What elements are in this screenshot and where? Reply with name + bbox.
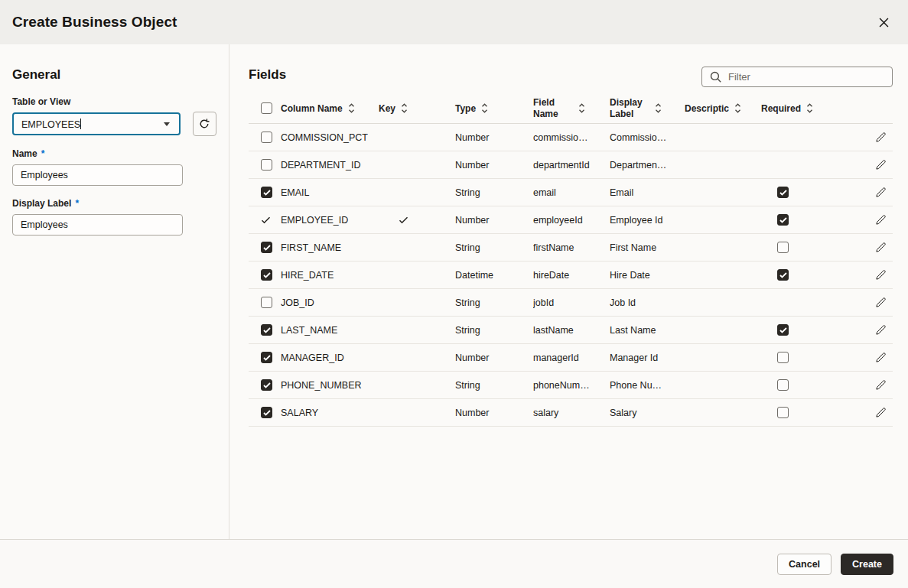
required-checkbox[interactable] <box>777 324 789 336</box>
table-or-view-value: EMPLOYEES <box>21 119 81 130</box>
edit-cell <box>853 378 893 392</box>
column-name-cell: COMMISSION_PCT <box>281 132 379 143</box>
row-select-checkbox[interactable] <box>261 379 272 391</box>
select-cell <box>249 379 281 391</box>
table-row: DEPARTMENT_IDNumberdepartmentIdDepartmen… <box>249 151 893 179</box>
select-all-cell <box>249 102 281 114</box>
display-label-cell: Email <box>610 187 685 198</box>
row-select-checkbox[interactable] <box>261 407 272 418</box>
required-cell <box>761 407 853 418</box>
filter-input[interactable] <box>728 71 884 83</box>
type-cell: Number <box>455 160 533 171</box>
select-all-checkbox[interactable] <box>261 102 272 114</box>
close-button[interactable] <box>873 11 894 33</box>
checkmark-icon <box>263 245 271 251</box>
type-cell: Datetime <box>455 270 533 281</box>
selected-checkmark <box>261 216 271 224</box>
edit-pencil-icon <box>875 187 887 198</box>
row-select-checkbox[interactable] <box>261 324 272 336</box>
cancel-button[interactable]: Cancel <box>777 554 832 575</box>
field-name-cell: lastName <box>533 325 610 336</box>
row-select-checkbox[interactable] <box>261 159 272 171</box>
row-select-checkbox[interactable] <box>261 352 272 363</box>
required-checkbox[interactable] <box>777 242 789 253</box>
row-select-checkbox[interactable] <box>261 297 272 308</box>
general-heading: General <box>12 67 216 83</box>
type-cell: String <box>455 297 533 308</box>
edit-field-button[interactable] <box>874 130 888 145</box>
create-button[interactable]: Create <box>841 554 893 575</box>
edit-field-button[interactable] <box>874 240 888 255</box>
sort-icon <box>578 102 585 114</box>
column-name-cell: LAST_NAME <box>281 325 379 336</box>
select-cell <box>249 216 281 224</box>
dialog-body: General Table or View EMPLOYEES Name <box>0 44 908 539</box>
refresh-button[interactable] <box>193 112 216 136</box>
dialog-title: Create Business Object <box>12 14 177 31</box>
edit-field-button[interactable] <box>874 323 888 337</box>
search-icon <box>710 71 721 83</box>
table-row: SALARYNumbersalarySalary <box>249 399 893 427</box>
column-header-type[interactable]: Type <box>455 102 533 114</box>
required-checkbox[interactable] <box>777 379 789 391</box>
edit-cell <box>853 130 893 145</box>
edit-field-button[interactable] <box>874 185 888 200</box>
select-cell <box>249 352 281 363</box>
required-cell <box>761 379 853 391</box>
fields-heading: Fields <box>249 67 286 83</box>
column-name-cell: EMPLOYEE_ID <box>281 215 379 226</box>
fields-header: Fields <box>249 67 893 87</box>
column-header-descriptic[interactable]: Descriptic <box>685 102 761 114</box>
required-checkbox[interactable] <box>777 187 789 198</box>
required-checkbox[interactable] <box>777 269 789 281</box>
name-field[interactable] <box>12 164 183 186</box>
edit-field-button[interactable] <box>874 213 888 227</box>
table-row: HIRE_DATEDatetimehireDateHire Date <box>249 262 893 289</box>
row-select-checkbox[interactable] <box>261 269 272 281</box>
checkmark-icon <box>263 272 271 278</box>
row-select-checkbox[interactable] <box>261 132 272 143</box>
select-cell <box>249 159 281 171</box>
edit-field-button[interactable] <box>874 405 888 420</box>
column-name-cell: JOB_ID <box>281 297 379 308</box>
edit-field-button[interactable] <box>874 268 888 282</box>
edit-field-button[interactable] <box>874 378 888 392</box>
column-header-display-label[interactable]: Display Label <box>610 97 685 120</box>
type-cell: Number <box>455 408 533 418</box>
required-checkbox[interactable] <box>777 352 789 363</box>
column-name-cell: EMAIL <box>281 187 379 198</box>
display-label-cell: Employee Id <box>610 215 685 226</box>
edit-cell <box>853 405 893 420</box>
column-name-cell: FIRST_NAME <box>281 242 379 253</box>
type-cell: Number <box>455 215 533 226</box>
column-header-column-name[interactable]: Column Name <box>281 102 379 114</box>
edit-cell <box>853 323 893 337</box>
select-cell <box>249 324 281 336</box>
column-header-key[interactable]: Key <box>379 102 455 114</box>
required-cell <box>761 242 853 253</box>
required-cell <box>761 352 853 363</box>
column-header-required[interactable]: Required <box>761 102 853 114</box>
sort-icon <box>481 102 488 114</box>
table-or-view-combobox[interactable]: EMPLOYEES <box>12 112 181 135</box>
dialog-footer: Cancel Create <box>0 539 908 588</box>
general-panel: General Table or View EMPLOYEES Name <box>0 44 229 539</box>
required-asterisk: * <box>41 148 45 159</box>
table-header-row: Column NameKeyTypeField NameDisplay Labe… <box>249 93 893 124</box>
checkmark-icon <box>399 216 408 224</box>
type-cell: Number <box>455 352 533 363</box>
row-select-checkbox[interactable] <box>261 242 272 253</box>
edit-field-button[interactable] <box>874 295 888 310</box>
column-header-field-name[interactable]: Field Name <box>533 97 610 120</box>
table-row: EMPLOYEE_IDNumberemployeeIdEmployee Id <box>249 206 893 234</box>
row-select-checkbox[interactable] <box>261 187 272 198</box>
edit-field-button[interactable] <box>874 350 888 365</box>
edit-field-button[interactable] <box>874 158 888 172</box>
required-checkbox[interactable] <box>777 214 789 226</box>
required-checkbox[interactable] <box>777 407 789 418</box>
edit-pencil-icon <box>875 159 887 171</box>
display-label-field[interactable] <box>12 214 183 236</box>
select-cell <box>249 242 281 253</box>
table-row: MANAGER_IDNumbermanagerIdManager Id <box>249 344 893 372</box>
column-name-cell: SALARY <box>281 408 379 418</box>
